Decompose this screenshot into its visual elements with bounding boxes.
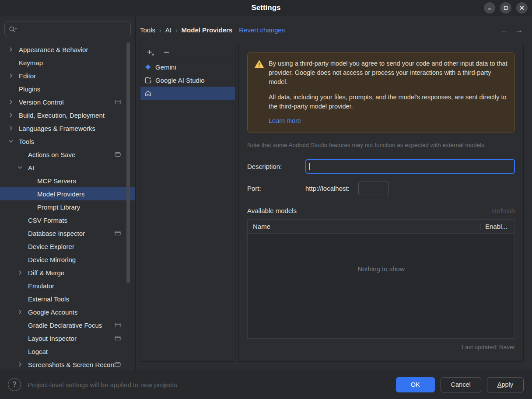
sidebar-item-ai[interactable]: AI	[0, 161, 135, 174]
sidebar-item-layout-inspector[interactable]: Layout Inspector	[0, 332, 135, 345]
add-provider-button[interactable]	[145, 48, 155, 57]
chevron-right-icon[interactable]	[7, 72, 14, 79]
add-icon	[146, 49, 154, 56]
sidebar-item-gradle-declarative-focus[interactable]: Gradle Declarative Focus	[0, 318, 135, 332]
port-input[interactable]	[358, 182, 389, 195]
sidebar-item-label: Version Control	[19, 98, 64, 106]
settings-search-box[interactable]	[4, 21, 131, 37]
sidebar-item-csv-formats[interactable]: CSV Formats	[0, 214, 135, 227]
warning-paragraph-1: By using a third-party model you agree t…	[269, 59, 508, 87]
sidebar-item-external-tools[interactable]: External Tools	[0, 292, 135, 305]
sidebar-item-appearance-behavior[interactable]: Appearance & Behavior	[0, 43, 135, 56]
back-arrow-icon[interactable]: ←	[500, 25, 508, 35]
breadcrumb-separator: ›	[175, 27, 178, 34]
available-models-label: Available models	[247, 207, 297, 214]
breadcrumb-model-providers: Model Providers	[182, 26, 233, 34]
chevron-right-icon[interactable]	[7, 112, 14, 119]
forward-arrow-icon[interactable]: →	[515, 25, 523, 35]
project-level-icon	[115, 322, 121, 328]
sidebar-item-mcp-servers[interactable]: MCP Servers	[0, 174, 135, 187]
sidebar-item-label: AI	[28, 164, 34, 172]
description-input[interactable]	[310, 163, 511, 170]
sidebar-item-label: Actions on Save	[28, 151, 75, 158]
chevron-right-icon[interactable]	[7, 125, 14, 132]
chevron-right-icon[interactable]	[17, 361, 24, 368]
remove-provider-button[interactable]	[162, 48, 171, 57]
project-level-icon	[115, 99, 121, 105]
breadcrumb-tools[interactable]: Tools	[140, 26, 155, 34]
sidebar-item-label: Layout Inspector	[28, 335, 77, 342]
chevron-down-icon[interactable]	[17, 164, 24, 171]
empty-state-text: Nothing to show	[248, 234, 514, 273]
help-button[interactable]: ?	[8, 378, 21, 391]
maximize-button[interactable]	[500, 2, 511, 14]
apply-button[interactable]: Apply	[487, 377, 524, 392]
sidebar-item-plugins[interactable]: Plugins	[0, 82, 135, 95]
sidebar-item-label: External Tools	[28, 295, 69, 303]
sidebar-item-device-mirroring[interactable]: Device Mirroring	[0, 253, 135, 266]
provider-item-gemini[interactable]: Gemini	[140, 60, 235, 74]
sidebar-item-label: Model Providers	[37, 190, 84, 198]
sidebar-item-model-providers[interactable]: Model Providers	[0, 187, 135, 200]
home-icon	[144, 90, 152, 97]
sidebar-item-languages-frameworks[interactable]: Languages & Frameworks	[0, 122, 135, 135]
maximize-icon	[503, 5, 508, 10]
window-controls	[484, 2, 528, 14]
sidebar-scrollbar-thumb[interactable]	[126, 42, 130, 283]
search-icon	[9, 26, 17, 33]
warning-paragraph-2: All data, including your files, prompts,…	[269, 93, 508, 111]
sidebar-item-emulator[interactable]: Emulator	[0, 279, 135, 292]
project-level-hint: Project-level settings will be applied t…	[28, 381, 177, 388]
chevron-down-icon[interactable]	[7, 138, 14, 145]
minimize-button[interactable]	[484, 2, 495, 14]
provider-item-label: Google AI Studio	[155, 77, 205, 84]
sidebar-item-database-inspector[interactable]: Database Inspector	[0, 227, 135, 240]
sidebar-item-diff-merge[interactable]: Diff & Merge	[0, 266, 135, 279]
gemini-spark-icon	[144, 63, 152, 71]
sidebar-item-label: Editor	[19, 72, 36, 80]
sidebar-item-label: Keymap	[19, 59, 43, 66]
chevron-right-icon[interactable]	[17, 308, 24, 315]
chevron-right-icon[interactable]	[7, 46, 14, 53]
sidebar-item-device-explorer[interactable]: Device Explorer	[0, 240, 135, 253]
sidebar-item-prompt-library[interactable]: Prompt Library	[0, 200, 135, 214]
breadcrumb-ai[interactable]: AI	[165, 26, 172, 34]
model-provider-settings-panel: By using a third-party model you agree t…	[238, 44, 524, 362]
sidebar-item-label: Appearance & Behavior	[19, 46, 88, 53]
sidebar-item-tools[interactable]: Tools	[0, 135, 135, 148]
sidebar-item-screenshots-screen-recordi[interactable]: Screenshots & Screen Recordi	[0, 358, 135, 371]
revert-changes-link[interactable]: Revert changes	[239, 26, 285, 34]
sidebar-item-label: Tools	[19, 138, 34, 145]
chevron-right-icon[interactable]	[7, 98, 14, 105]
sidebar-item-logcat[interactable]: Logcat	[0, 345, 135, 358]
sidebar-item-build-execution-deployment[interactable]: Build, Execution, Deployment	[0, 108, 135, 122]
sidebar-item-actions-on-save[interactable]: Actions on Save	[0, 148, 135, 161]
chevron-right-icon[interactable]	[17, 269, 24, 276]
models-table: Name Enabl... Nothing to show	[247, 219, 515, 339]
last-updated-label: Last updated: Never	[247, 344, 515, 350]
ok-button[interactable]: OK	[396, 377, 435, 392]
description-field[interactable]	[305, 159, 515, 174]
cancel-button[interactable]: Cancel	[441, 377, 481, 392]
sidebar-item-google-accounts[interactable]: Google Accounts	[0, 305, 135, 318]
sidebar-item-version-control[interactable]: Version Control	[0, 95, 135, 108]
learn-more-link[interactable]: Learn more	[269, 116, 301, 126]
models-table-body: Nothing to show	[248, 234, 514, 338]
provider-toolbar	[140, 44, 235, 60]
remove-icon	[163, 49, 170, 56]
provider-item-custom[interactable]	[140, 87, 235, 100]
search-input[interactable]	[20, 25, 126, 33]
project-level-icon	[115, 362, 121, 367]
models-table-header: Name Enabl...	[248, 220, 514, 234]
sidebar-item-label: Prompt Library	[37, 203, 80, 211]
sidebar-item-label: Logcat	[28, 348, 48, 355]
sidebar-item-keymap[interactable]: Keymap	[0, 56, 135, 69]
sidebar-item-label: Google Accounts	[28, 308, 77, 316]
provider-item-google-ai-studio[interactable]: Google AI Studio	[140, 74, 235, 87]
close-button[interactable]	[516, 2, 528, 14]
refresh-button[interactable]: Refresh	[492, 207, 515, 214]
breadcrumb: Tools › AI › Model Providers Revert chan…	[136, 16, 532, 44]
sidebar-item-editor[interactable]: Editor	[0, 69, 135, 82]
sidebar-item-label: Device Mirroring	[28, 256, 76, 263]
project-level-icon	[115, 152, 121, 157]
